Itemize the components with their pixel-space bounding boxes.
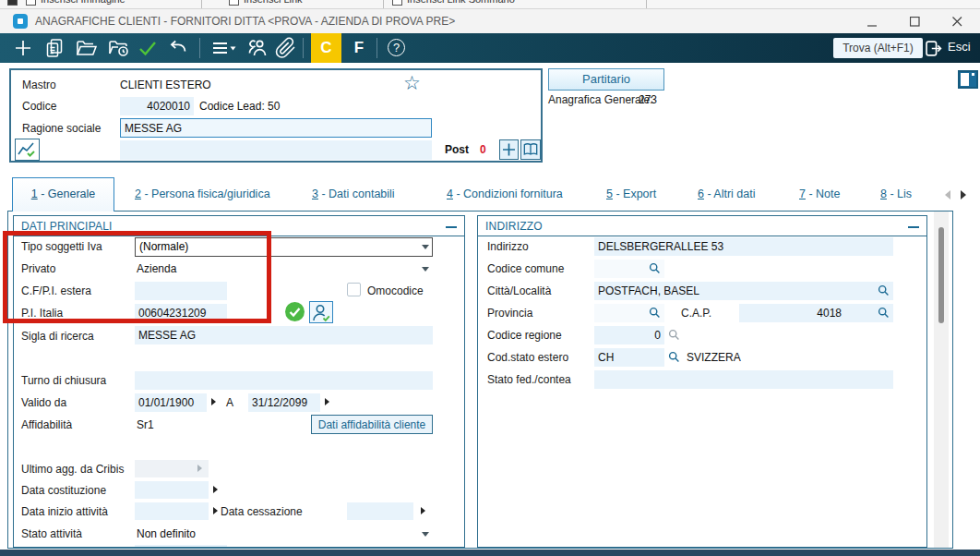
tab-altri-dati[interactable]: 6 - Altri dati xyxy=(698,187,756,200)
tab-dati-contabili[interactable]: 3 - Dati contabili xyxy=(312,187,395,200)
side-panel-toggle-icon[interactable] xyxy=(958,70,978,89)
calendar-arrow-icon[interactable] xyxy=(325,398,329,405)
undo-icon[interactable] xyxy=(167,37,189,59)
verify-person-button[interactable] xyxy=(309,301,333,323)
tab-condizioni-fornitura[interactable]: 4 - Condizioni fornitura xyxy=(447,187,563,200)
contacts-icon[interactable] xyxy=(246,37,269,59)
cap-label: C.A.P. xyxy=(681,307,711,320)
calendar-arrow-icon[interactable] xyxy=(421,507,425,514)
chart-button[interactable] xyxy=(15,139,40,161)
favorite-star-icon[interactable]: ☆ xyxy=(403,74,421,92)
add-post-button[interactable] xyxy=(499,139,519,160)
codice-comune-label: Codice comune xyxy=(487,262,564,275)
affidabilita-label: Affidabilità xyxy=(21,418,72,431)
divider xyxy=(478,236,926,236)
divider xyxy=(383,0,384,9)
turno-di-chiusura-field[interactable] xyxy=(135,371,433,390)
indirizzo-field[interactable]: DELSBERGERALLEE 53 xyxy=(594,237,893,256)
codice-field[interactable]: 4020010 xyxy=(120,97,194,115)
calendar-arrow-icon[interactable] xyxy=(211,398,216,405)
search-icon[interactable] xyxy=(668,351,680,363)
data-costituzione-field[interactable] xyxy=(135,481,209,499)
new-icon[interactable] xyxy=(12,37,34,59)
valido-da-label: Valido da xyxy=(21,396,66,409)
maximize-button[interactable] xyxy=(901,13,928,30)
codice-label: Codice xyxy=(22,100,56,113)
chevron-down-icon[interactable] xyxy=(422,532,429,537)
recent-folder-icon[interactable] xyxy=(107,37,129,59)
ragione-sociale-field[interactable]: MESSE AG xyxy=(120,118,432,138)
exit-icon[interactable] xyxy=(924,39,946,61)
cod-stato-estero-label: Cod.stato estero xyxy=(487,351,568,364)
mastro-label: Mastro xyxy=(22,79,56,91)
tab-listini[interactable]: 8 - Lis xyxy=(880,187,912,200)
anagrafica-generale-label: Anagrafica Generale: xyxy=(548,93,652,106)
tab-scroll-left-icon[interactable] xyxy=(945,190,950,199)
search-icon xyxy=(668,329,680,341)
data-inizio-attivita-field[interactable] xyxy=(135,502,209,520)
pi-italia-field[interactable]: 00604231209 xyxy=(135,304,227,322)
partitario-button[interactable]: Partitario xyxy=(548,68,664,91)
clienti-mode-button[interactable]: C xyxy=(311,33,341,63)
search-icon[interactable] xyxy=(878,307,890,319)
esci-button[interactable]: Esci xyxy=(948,40,971,54)
cap-field[interactable]: 4018 xyxy=(739,304,893,322)
tipo-soggetti-iva-dropdown[interactable]: (Normale) xyxy=(135,237,433,257)
omocodice-checkbox[interactable] xyxy=(347,283,361,296)
citta-localita-field[interactable]: POSTFACH, BASEL xyxy=(594,282,893,300)
chevron-down-icon[interactable] xyxy=(422,267,429,272)
clipped-field[interactable] xyxy=(135,545,227,548)
fornitori-mode-button[interactable]: F xyxy=(347,33,371,63)
stato-fed-contea-field[interactable] xyxy=(594,370,893,389)
tab-generale[interactable]: 1 - Generale xyxy=(12,177,114,212)
open-folder-icon[interactable] xyxy=(75,37,97,59)
copy-icon[interactable] xyxy=(43,37,66,59)
confirm-check-icon[interactable] xyxy=(137,37,159,59)
sigla-di-ricerca-field[interactable]: MESSE AG xyxy=(135,326,433,344)
scrollbar-thumb[interactable] xyxy=(938,227,944,323)
tab-scroll-right-icon[interactable] xyxy=(961,190,966,199)
panel-title: DATI PRINCIPALI xyxy=(21,220,113,233)
minimize-button[interactable] xyxy=(858,13,886,30)
calendar-arrow-icon[interactable] xyxy=(213,486,218,493)
privato-label: Privato xyxy=(21,262,55,275)
cf-pi-estera-field[interactable] xyxy=(135,282,227,300)
search-icon[interactable] xyxy=(649,307,661,319)
indirizzo-label: Indirizzo xyxy=(487,240,529,253)
search-icon[interactable] xyxy=(878,284,890,296)
attachment-icon[interactable] xyxy=(275,37,297,59)
dati-affidabilita-button[interactable]: Dati affidabilità cliente xyxy=(311,415,433,434)
data-cessazione-field[interactable] xyxy=(347,502,413,520)
collapse-panel-icon[interactable] xyxy=(908,226,919,228)
valido-da-field[interactable]: 01/01/1900 xyxy=(135,393,207,412)
help-icon[interactable]: ? xyxy=(388,39,405,56)
cod-stato-estero-field[interactable]: CH xyxy=(594,348,664,367)
vertical-scrollbar[interactable] xyxy=(934,212,949,548)
codice-regione-field[interactable]: 0 xyxy=(594,326,664,344)
book-icon[interactable] xyxy=(520,139,541,160)
turno-di-chiusura-label: Turno di chiusura xyxy=(21,374,106,387)
stato-attivita-dropdown[interactable]: Non definito xyxy=(137,527,196,540)
privato-dropdown[interactable]: Azienda xyxy=(137,262,176,275)
image-icon xyxy=(26,0,36,6)
background-window-strip: Inserisci Immagine Inserisci Link Inseri… xyxy=(0,0,980,9)
search-icon[interactable] xyxy=(649,262,661,274)
ultimo-agg-cribis-label: Ultimo agg. da Cribis xyxy=(21,463,124,476)
extra-header-field[interactable] xyxy=(120,140,432,160)
close-button[interactable] xyxy=(943,13,971,30)
trova-shortcut-button[interactable]: Trova (Alt+F1) xyxy=(833,38,923,58)
chevron-down-icon[interactable] xyxy=(422,245,429,249)
tab-persona-fisica[interactable]: 2 - Persona fisica/giuridica xyxy=(135,187,270,200)
valid-check-icon xyxy=(285,302,305,321)
pi-italia-label: P.I. Italia xyxy=(21,307,63,320)
valido-a-field[interactable]: 31/12/2099 xyxy=(248,393,320,412)
tab-note[interactable]: 7 - Note xyxy=(799,187,840,200)
calendar-arrow-icon[interactable] xyxy=(213,507,218,514)
app-window: Inserisci Immagine Inserisci Link Inseri… xyxy=(0,0,980,556)
valido-a-label: A xyxy=(226,396,233,409)
post-label: Post xyxy=(445,143,469,156)
tab-export[interactable]: 5 - Export xyxy=(606,187,656,200)
menu-icon[interactable] xyxy=(210,37,233,59)
collapse-panel-icon[interactable] xyxy=(446,226,457,228)
codice-lead-value: Codice Lead: 50 xyxy=(199,100,280,113)
